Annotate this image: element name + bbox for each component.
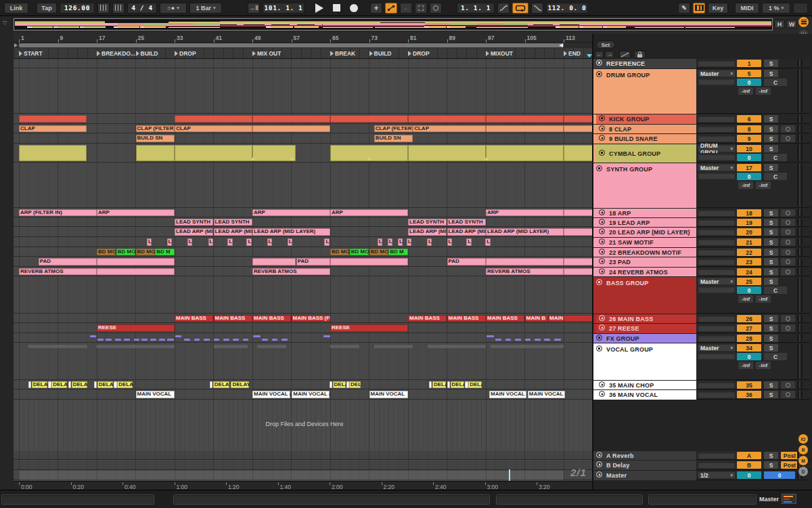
clip[interactable]: LEAD ARP (MID bbox=[408, 228, 447, 236]
solo-button[interactable]: S bbox=[764, 315, 778, 322]
arm-record-button[interactable] bbox=[781, 238, 795, 246]
mini-clip[interactable] bbox=[252, 158, 254, 161]
track-lane[interactable] bbox=[14, 144, 592, 163]
link-button[interactable]: Link bbox=[4, 3, 28, 14]
automation-transition-button[interactable] bbox=[619, 51, 631, 58]
clip[interactable]: REVERB ATMOS bbox=[19, 268, 97, 275]
clip[interactable]: L bbox=[187, 238, 192, 246]
master-volume-field[interactable]: 0 bbox=[764, 471, 795, 479]
clip[interactable]: L bbox=[398, 238, 403, 246]
track-name-block[interactable]: 27 REESE bbox=[596, 324, 696, 333]
clip[interactable]: BUILD SN bbox=[136, 135, 175, 142]
track-input-field[interactable] bbox=[698, 258, 736, 266]
clip[interactable]: MAIN BASS bbox=[486, 315, 524, 322]
solo-button[interactable]: S bbox=[764, 335, 778, 342]
next-locator-button[interactable]: → bbox=[605, 51, 614, 58]
track-lane[interactable]: BD MOTBD MOTBD MOTBD MBD MOTBD MOTBD MOT… bbox=[14, 248, 592, 257]
solo-button[interactable]: S bbox=[764, 125, 778, 133]
track-name-block[interactable]: SYNTH GROUP bbox=[593, 163, 696, 208]
clip[interactable]: DELAY bbox=[97, 381, 113, 388]
clip[interactable] bbox=[465, 381, 468, 388]
crossfade-assign-button[interactable]: C bbox=[764, 173, 787, 180]
track-number-badge[interactable]: 21 bbox=[737, 238, 761, 246]
arm-record-button[interactable] bbox=[781, 324, 795, 332]
crossfade-assign-button[interactable]: C bbox=[764, 287, 787, 294]
solo-button[interactable]: S bbox=[764, 209, 778, 217]
clip[interactable]: L bbox=[388, 238, 392, 246]
locator-flag[interactable]: END bbox=[564, 49, 581, 58]
locator-flag[interactable]: MIX OUT bbox=[252, 49, 281, 58]
solo-button[interactable]: S bbox=[764, 70, 778, 77]
clip[interactable]: DELAY bbox=[51, 381, 67, 388]
track-lane[interactable]: DELAYDELAYDELAYDELAYDELAYDELAYDELAYDELAY… bbox=[14, 381, 592, 389]
clip[interactable]: L bbox=[407, 238, 411, 246]
solo-button[interactable]: S bbox=[764, 344, 778, 352]
solo-button[interactable]: S bbox=[764, 461, 778, 469]
track-lane[interactable] bbox=[14, 114, 592, 124]
track-name-block[interactable]: 26 MAIN BASS bbox=[596, 314, 696, 323]
solo-button[interactable]: S bbox=[764, 452, 778, 459]
arm-record-button[interactable] bbox=[781, 268, 795, 276]
arrangement-overdub-button[interactable] bbox=[430, 3, 442, 14]
clip[interactable]: L bbox=[447, 238, 452, 246]
clip[interactable]: DELAY bbox=[72, 381, 87, 388]
track-name-block[interactable]: 35 MAIN CHOP bbox=[596, 381, 696, 389]
solo-button[interactable]: S bbox=[764, 391, 778, 398]
volume-field[interactable]: -inf bbox=[738, 295, 753, 303]
time-ruler[interactable]: 0:000:200:401:001:201:402:002:202:403:00… bbox=[14, 481, 592, 490]
track-number-badge[interactable]: 35 bbox=[737, 381, 761, 389]
clip[interactable]: ARP bbox=[486, 209, 564, 216]
clip[interactable]: L bbox=[267, 238, 272, 246]
clip[interactable] bbox=[136, 145, 175, 161]
track-name-block[interactable]: A Reverb bbox=[593, 451, 696, 460]
crossfade-assign-button[interactable]: C bbox=[764, 79, 787, 86]
solo-button[interactable]: S bbox=[764, 228, 778, 236]
track-name-block[interactable]: DRUM GROUP bbox=[593, 69, 696, 114]
clip[interactable] bbox=[486, 258, 564, 266]
track-name-block[interactable]: 22 BREAKDOWN MOTIF bbox=[596, 248, 696, 257]
clip[interactable]: DELAY bbox=[333, 381, 346, 388]
clip[interactable] bbox=[564, 209, 592, 216]
clip[interactable] bbox=[330, 115, 408, 123]
pan-control[interactable]: 0 bbox=[737, 173, 761, 180]
punch-in-icon[interactable] bbox=[497, 3, 510, 14]
track-lane[interactable] bbox=[14, 451, 592, 460]
clip[interactable]: MAIN BASS bbox=[447, 315, 486, 322]
output-routing-chooser[interactable]: DRUM GROU▾ bbox=[698, 145, 736, 152]
loop-length-field[interactable]: 112. 0. 0 bbox=[546, 3, 588, 14]
pre-post-toggle[interactable]: Post bbox=[781, 452, 798, 459]
clip[interactable]: LEAD SYNTH bbox=[214, 219, 252, 226]
clip[interactable]: BUILD SN bbox=[374, 135, 413, 142]
track-input-field[interactable] bbox=[698, 324, 736, 332]
clip[interactable] bbox=[447, 381, 451, 388]
track-name-block[interactable]: 20 LEAD ARP (MID LAYER) bbox=[596, 228, 696, 237]
clip[interactable] bbox=[48, 381, 51, 388]
clip[interactable]: MAIN B bbox=[525, 315, 548, 322]
track-name-block[interactable]: 23 PAD bbox=[596, 257, 696, 267]
clip[interactable] bbox=[252, 258, 296, 266]
loop-button[interactable] bbox=[512, 3, 528, 14]
computer-midi-keyboard-button[interactable] bbox=[693, 3, 705, 14]
track-input-field[interactable] bbox=[698, 381, 736, 389]
track-lane[interactable]: LEAD SYNTHLEAD SYNTHLEAD SYNTHLEAD SYNTH bbox=[14, 218, 592, 227]
track-lane[interactable] bbox=[14, 59, 592, 68]
track-name-block[interactable]: VOCAL GROUP bbox=[593, 343, 696, 380]
clip[interactable]: MAIN BASS bbox=[175, 315, 213, 322]
track-input-field[interactable] bbox=[698, 286, 736, 293]
track-number-badge[interactable]: 20 bbox=[737, 228, 761, 236]
track-input-field[interactable] bbox=[698, 352, 736, 360]
track-lane[interactable] bbox=[14, 163, 592, 208]
track-name-block[interactable]: 36 MAIN VOCAL bbox=[596, 390, 696, 400]
arm-record-button[interactable] bbox=[781, 125, 795, 133]
arm-record-button[interactable] bbox=[781, 219, 795, 226]
capture-midi-button[interactable] bbox=[415, 3, 427, 14]
pan-control[interactable]: 0 bbox=[737, 79, 761, 86]
track-lane[interactable]: CLAPCLAP (FILTERCLAPCLAP (FILTERCLAP bbox=[14, 125, 592, 133]
solo-button[interactable]: S bbox=[764, 258, 778, 266]
track-input-field[interactable] bbox=[698, 461, 736, 469]
clip[interactable]: MAIN VOCAL ( bbox=[528, 391, 565, 398]
track-lane[interactable] bbox=[14, 471, 592, 480]
clip[interactable]: L bbox=[378, 238, 382, 246]
locator-flag[interactable]: START bbox=[19, 49, 43, 58]
track-number-badge[interactable]: 26 bbox=[737, 315, 761, 322]
